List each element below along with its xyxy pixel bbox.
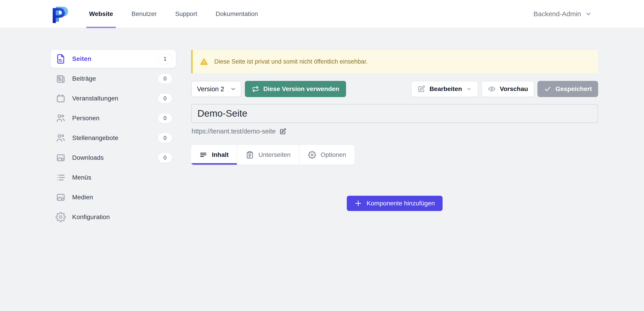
swap-arrows-icon xyxy=(252,85,259,93)
tab-inhalt[interactable]: Inhalt xyxy=(191,145,237,165)
main-content: Diese Seite ist privat und somit nicht ö… xyxy=(191,50,598,297)
count-badge: 0 xyxy=(158,113,172,123)
gear-icon xyxy=(308,151,316,159)
version-select-value: Version 2 xyxy=(197,85,224,93)
edit-button-label: Bearbeiten xyxy=(430,85,462,93)
gear-icon xyxy=(56,212,66,222)
saved-button-label: Gespeichert xyxy=(556,85,592,93)
page-tabs: Inhalt Unterseiten Optionen xyxy=(191,145,354,165)
sidebar-item-beitraege[interactable]: Beiträge 0 xyxy=(50,70,176,88)
sidebar-item-label: Medien xyxy=(72,194,172,201)
saved-button[interactable]: Gespeichert xyxy=(538,81,598,97)
sidebar-item-label: Veranstaltungen xyxy=(72,95,158,102)
page-url[interactable]: https://tenant.test/demo-seite xyxy=(192,128,276,135)
calendar-icon xyxy=(56,93,66,104)
tab-label: Inhalt xyxy=(212,151,229,158)
sidebar-item-menues[interactable]: Menüs xyxy=(50,169,176,187)
warning-message: Diese Seite ist privat und somit nicht ö… xyxy=(214,58,368,65)
add-component-button[interactable]: Komponente hinzufügen xyxy=(347,196,442,211)
sidebar-item-label: Konfiguration xyxy=(72,214,172,221)
sidebar-item-label: Downloads xyxy=(72,154,158,161)
count-badge: 0 xyxy=(158,73,172,84)
subpages-icon xyxy=(246,151,254,159)
chevron-down-icon xyxy=(230,86,236,92)
count-badge: 0 xyxy=(158,153,172,163)
count-badge: 0 xyxy=(158,133,172,143)
sidebar-item-label: Menüs xyxy=(72,174,172,181)
sidebar-item-label: Personen xyxy=(72,115,158,122)
private-page-warning-banner: Diese Seite ist privat und somit nicht ö… xyxy=(191,50,598,73)
use-version-button[interactable]: Diese Version verwenden xyxy=(245,81,346,97)
sidebar-item-stellenangebote[interactable]: Stellenangebote 0 xyxy=(50,129,176,147)
preview-button[interactable]: Vorschau xyxy=(482,81,534,97)
add-component-label: Komponente hinzufügen xyxy=(366,200,435,207)
image-icon xyxy=(56,153,66,163)
check-icon xyxy=(544,85,551,93)
image-icon xyxy=(56,192,66,203)
eye-icon xyxy=(488,85,496,93)
sidebar-item-downloads[interactable]: Downloads 0 xyxy=(50,149,176,167)
edit-url-icon[interactable] xyxy=(279,128,286,135)
top-header: P P Website Benutzer Support Dokumentati… xyxy=(0,0,644,28)
version-select[interactable]: Version 2 xyxy=(191,81,241,97)
sidebar: Seiten 1 Beiträge 0 Veranstaltungen 0 Pe… xyxy=(50,50,176,228)
preview-button-label: Vorschau xyxy=(500,85,528,93)
use-version-label: Diese Version verwenden xyxy=(263,85,339,93)
users-icon xyxy=(56,113,66,123)
user-menu[interactable]: Backend-Admin xyxy=(533,0,592,28)
tab-optionen[interactable]: Optionen xyxy=(299,145,354,165)
sidebar-item-konfiguration[interactable]: Konfiguration xyxy=(50,208,176,226)
tab-label: Unterseiten xyxy=(258,151,290,158)
users-icon xyxy=(56,133,66,143)
plus-icon xyxy=(354,200,362,207)
warning-triangle-icon xyxy=(200,57,208,66)
nav-tab-benutzer[interactable]: Benutzer xyxy=(132,0,157,28)
edit-button[interactable]: Bearbeiten xyxy=(411,81,478,97)
page-title-input[interactable] xyxy=(191,104,598,123)
tab-label: Optionen xyxy=(321,151,346,158)
tab-unterseiten[interactable]: Unterseiten xyxy=(237,145,299,165)
sidebar-item-seiten[interactable]: Seiten 1 xyxy=(50,50,176,68)
sidebar-item-label: Seiten xyxy=(72,55,158,62)
nav-tab-website[interactable]: Website xyxy=(89,0,113,28)
page-url-row: https://tenant.test/demo-seite xyxy=(192,128,286,135)
chevron-down-icon xyxy=(585,10,592,17)
sidebar-item-personen[interactable]: Personen 0 xyxy=(50,109,176,127)
nav-tab-support[interactable]: Support xyxy=(175,0,197,28)
brand-logo-icon: P P xyxy=(50,3,71,25)
sidebar-item-label: Beiträge xyxy=(72,75,158,82)
document-icon xyxy=(56,54,66,64)
list-icon xyxy=(56,172,66,183)
action-buttons-group: Bearbeiten Vorschau Gespeichert xyxy=(411,81,598,97)
user-menu-label: Backend-Admin xyxy=(533,10,581,18)
align-left-icon xyxy=(199,151,207,159)
version-controls-row: Version 2 Diese Version verwenden Bearbe… xyxy=(191,81,598,97)
count-badge: 1 xyxy=(158,54,172,64)
sidebar-item-medien[interactable]: Medien xyxy=(50,188,176,206)
newspaper-icon xyxy=(56,73,66,84)
chevron-down-icon xyxy=(466,86,472,92)
sidebar-item-label: Stellenangebote xyxy=(72,134,158,142)
edit-pencil-icon xyxy=(417,85,426,93)
main-nav: Website Benutzer Support Dokumentation xyxy=(89,0,258,28)
nav-tab-dokumentation[interactable]: Dokumentation xyxy=(216,0,258,28)
count-badge: 0 xyxy=(158,93,172,104)
svg-text:P: P xyxy=(51,3,66,25)
sidebar-item-veranstaltungen[interactable]: Veranstaltungen 0 xyxy=(50,89,176,107)
